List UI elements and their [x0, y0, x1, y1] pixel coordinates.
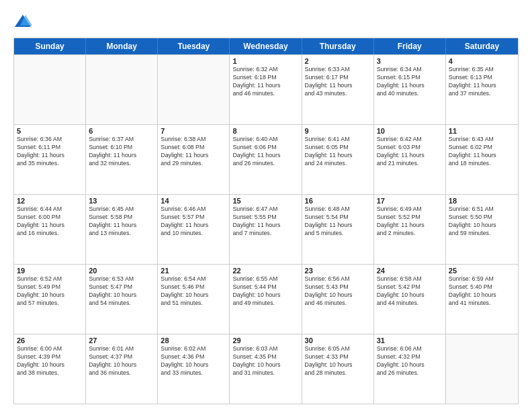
cal-cell-r2c0: 12Sunrise: 6:44 AM Sunset: 6:00 PM Dayli… — [14, 195, 86, 264]
cal-cell-r2c6: 18Sunrise: 6:51 AM Sunset: 5:50 PM Dayli… — [446, 195, 518, 264]
cal-cell-r3c2: 21Sunrise: 6:54 AM Sunset: 5:46 PM Dayli… — [158, 265, 230, 334]
day-number: 29 — [232, 336, 298, 345]
day-number: 21 — [161, 267, 226, 275]
cal-cell-r0c2 — [158, 55, 230, 124]
day-info: Sunrise: 6:59 AM Sunset: 5:40 PM Dayligh… — [449, 275, 515, 308]
day-info: Sunrise: 6:44 AM Sunset: 6:00 PM Dayligh… — [17, 205, 83, 238]
day-info: Sunrise: 6:36 AM Sunset: 6:11 PM Dayligh… — [17, 136, 83, 168]
day-number: 23 — [305, 267, 371, 275]
day-number: 4 — [449, 57, 515, 65]
calendar-header: SundayMondayTuesdayWednesdayThursdayFrid… — [14, 38, 518, 54]
day-info: Sunrise: 6:01 AM Sunset: 4:37 PM Dayligh… — [89, 345, 154, 377]
day-number: 20 — [89, 267, 154, 275]
cal-cell-r2c2: 14Sunrise: 6:46 AM Sunset: 5:57 PM Dayli… — [158, 195, 230, 264]
day-info: Sunrise: 6:49 AM Sunset: 5:52 PM Dayligh… — [377, 205, 443, 238]
day-number: 8 — [232, 127, 298, 135]
cal-cell-r3c5: 24Sunrise: 6:58 AM Sunset: 5:42 PM Dayli… — [374, 265, 446, 334]
day-info: Sunrise: 6:02 AM Sunset: 4:36 PM Dayligh… — [161, 345, 226, 377]
day-number: 27 — [89, 336, 154, 345]
logo-icon — [13, 12, 32, 31]
cal-cell-r4c4: 30Sunrise: 6:05 AM Sunset: 4:33 PM Dayli… — [302, 334, 374, 404]
day-info: Sunrise: 6:53 AM Sunset: 5:47 PM Dayligh… — [89, 275, 154, 308]
day-info: Sunrise: 6:48 AM Sunset: 5:54 PM Dayligh… — [305, 205, 371, 238]
cal-cell-r3c0: 19Sunrise: 6:52 AM Sunset: 5:49 PM Dayli… — [14, 265, 86, 334]
logo — [13, 12, 35, 31]
cal-cell-r1c1: 6Sunrise: 6:37 AM Sunset: 6:10 PM Daylig… — [86, 125, 158, 194]
cal-cell-r4c5: 31Sunrise: 6:06 AM Sunset: 4:32 PM Dayli… — [374, 334, 446, 404]
cal-cell-r3c1: 20Sunrise: 6:53 AM Sunset: 5:47 PM Dayli… — [86, 265, 158, 334]
day-number: 2 — [305, 57, 371, 65]
cal-cell-r0c5: 3Sunrise: 6:34 AM Sunset: 6:15 PM Daylig… — [374, 55, 446, 124]
header-day-monday: Monday — [86, 38, 158, 54]
day-info: Sunrise: 6:55 AM Sunset: 5:44 PM Dayligh… — [232, 275, 298, 308]
cal-cell-r0c0 — [14, 55, 86, 124]
calendar-body: 1Sunrise: 6:32 AM Sunset: 6:18 PM Daylig… — [14, 54, 518, 404]
day-number: 10 — [377, 127, 443, 135]
day-number: 19 — [17, 267, 83, 275]
cal-cell-r4c3: 29Sunrise: 6:03 AM Sunset: 4:35 PM Dayli… — [230, 334, 302, 404]
day-info: Sunrise: 6:41 AM Sunset: 6:05 PM Dayligh… — [305, 136, 371, 168]
day-info: Sunrise: 6:35 AM Sunset: 6:13 PM Dayligh… — [449, 66, 515, 98]
cal-cell-r0c4: 2Sunrise: 6:33 AM Sunset: 6:17 PM Daylig… — [302, 55, 374, 124]
cal-cell-r2c3: 15Sunrise: 6:47 AM Sunset: 5:55 PM Dayli… — [230, 195, 302, 264]
cal-cell-r4c2: 28Sunrise: 6:02 AM Sunset: 4:36 PM Dayli… — [158, 334, 230, 404]
cal-cell-r1c2: 7Sunrise: 6:38 AM Sunset: 6:08 PM Daylig… — [158, 125, 230, 194]
day-number: 5 — [17, 127, 83, 135]
day-info: Sunrise: 6:42 AM Sunset: 6:03 PM Dayligh… — [377, 136, 443, 168]
day-number: 17 — [377, 197, 443, 205]
cal-row-2: 12Sunrise: 6:44 AM Sunset: 6:00 PM Dayli… — [14, 194, 518, 264]
cal-row-4: 26Sunrise: 6:00 AM Sunset: 4:39 PM Dayli… — [14, 334, 518, 404]
day-info: Sunrise: 6:52 AM Sunset: 5:49 PM Dayligh… — [17, 275, 83, 308]
day-info: Sunrise: 6:03 AM Sunset: 4:35 PM Dayligh… — [232, 345, 298, 377]
day-number: 22 — [232, 267, 298, 275]
day-info: Sunrise: 6:46 AM Sunset: 5:57 PM Dayligh… — [161, 205, 226, 238]
day-info: Sunrise: 6:38 AM Sunset: 6:08 PM Dayligh… — [161, 136, 226, 168]
cal-cell-r1c6: 11Sunrise: 6:43 AM Sunset: 6:02 PM Dayli… — [446, 125, 518, 194]
day-info: Sunrise: 6:47 AM Sunset: 5:55 PM Dayligh… — [232, 205, 298, 238]
day-info: Sunrise: 6:40 AM Sunset: 6:06 PM Dayligh… — [232, 136, 298, 168]
cal-cell-r1c5: 10Sunrise: 6:42 AM Sunset: 6:03 PM Dayli… — [374, 125, 446, 194]
day-number: 16 — [305, 197, 371, 205]
cal-cell-r4c6 — [446, 334, 518, 404]
calendar: SundayMondayTuesdayWednesdayThursdayFrid… — [13, 38, 519, 404]
cal-cell-r3c6: 25Sunrise: 6:59 AM Sunset: 5:40 PM Dayli… — [446, 265, 518, 334]
day-info: Sunrise: 6:00 AM Sunset: 4:39 PM Dayligh… — [17, 345, 83, 377]
day-info: Sunrise: 6:34 AM Sunset: 6:15 PM Dayligh… — [377, 66, 443, 98]
day-info: Sunrise: 6:58 AM Sunset: 5:42 PM Dayligh… — [377, 275, 443, 308]
header-day-thursday: Thursday — [302, 38, 374, 54]
header — [13, 12, 519, 31]
day-info: Sunrise: 6:05 AM Sunset: 4:33 PM Dayligh… — [305, 345, 371, 377]
day-info: Sunrise: 6:43 AM Sunset: 6:02 PM Dayligh… — [449, 136, 515, 168]
cal-cell-r1c0: 5Sunrise: 6:36 AM Sunset: 6:11 PM Daylig… — [14, 125, 86, 194]
day-info: Sunrise: 6:56 AM Sunset: 5:43 PM Dayligh… — [305, 275, 371, 308]
cal-row-3: 19Sunrise: 6:52 AM Sunset: 5:49 PM Dayli… — [14, 264, 518, 334]
cal-row-1: 5Sunrise: 6:36 AM Sunset: 6:11 PM Daylig… — [14, 124, 518, 194]
header-day-tuesday: Tuesday — [158, 38, 230, 54]
day-number: 15 — [232, 197, 298, 205]
day-number: 9 — [305, 127, 371, 135]
cal-cell-r2c4: 16Sunrise: 6:48 AM Sunset: 5:54 PM Dayli… — [302, 195, 374, 264]
day-info: Sunrise: 6:06 AM Sunset: 4:32 PM Dayligh… — [377, 345, 443, 377]
day-info: Sunrise: 6:45 AM Sunset: 5:58 PM Dayligh… — [89, 205, 154, 238]
day-number: 18 — [449, 197, 515, 205]
day-info: Sunrise: 6:54 AM Sunset: 5:46 PM Dayligh… — [161, 275, 226, 308]
cal-cell-r3c4: 23Sunrise: 6:56 AM Sunset: 5:43 PM Dayli… — [302, 265, 374, 334]
day-number: 30 — [305, 336, 371, 345]
day-info: Sunrise: 6:32 AM Sunset: 6:18 PM Dayligh… — [232, 66, 298, 98]
day-number: 7 — [161, 127, 226, 135]
day-info: Sunrise: 6:33 AM Sunset: 6:17 PM Dayligh… — [305, 66, 371, 98]
day-number: 28 — [161, 336, 226, 345]
cal-cell-r3c3: 22Sunrise: 6:55 AM Sunset: 5:44 PM Dayli… — [230, 265, 302, 334]
cal-cell-r1c3: 8Sunrise: 6:40 AM Sunset: 6:06 PM Daylig… — [230, 125, 302, 194]
cal-cell-r4c1: 27Sunrise: 6:01 AM Sunset: 4:37 PM Dayli… — [86, 334, 158, 404]
cal-cell-r0c6: 4Sunrise: 6:35 AM Sunset: 6:13 PM Daylig… — [446, 55, 518, 124]
day-number: 13 — [89, 197, 154, 205]
day-info: Sunrise: 6:37 AM Sunset: 6:10 PM Dayligh… — [89, 136, 154, 168]
header-day-wednesday: Wednesday — [230, 38, 302, 54]
cal-cell-r2c5: 17Sunrise: 6:49 AM Sunset: 5:52 PM Dayli… — [374, 195, 446, 264]
day-number: 11 — [449, 127, 515, 135]
day-number: 31 — [377, 336, 443, 345]
day-number: 24 — [377, 267, 443, 275]
cal-row-0: 1Sunrise: 6:32 AM Sunset: 6:18 PM Daylig… — [14, 54, 518, 124]
cal-cell-r1c4: 9Sunrise: 6:41 AM Sunset: 6:05 PM Daylig… — [302, 125, 374, 194]
